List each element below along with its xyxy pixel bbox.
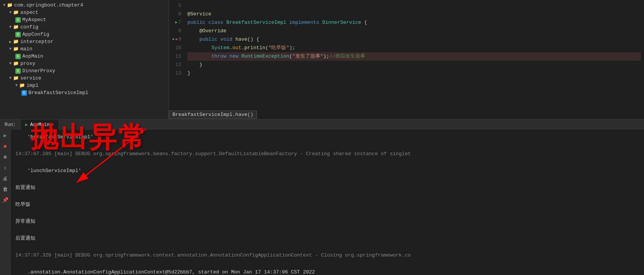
code-line-13: }	[187, 69, 641, 78]
tree-item-aspect[interactable]: ▼ 📁 aspect	[0, 9, 169, 16]
output-line-8: 14:37:07.320 [main] DEBUG org.springfram…	[15, 251, 639, 260]
code-line-10: System.out.println("吃早饭");	[187, 44, 641, 52]
code-content[interactable]: @Service public class BreakfastServiceIm…	[184, 0, 644, 119]
code-line-7: public class BreakfastServiceImpl implem…	[187, 18, 641, 27]
output-line-3: 'lunchServiceImpl'	[15, 167, 639, 175]
tree-item-interceptor[interactable]: ▶ 📁 interceptor	[0, 38, 169, 45]
tree-item-config[interactable]: ▼ 📁 config	[0, 23, 169, 31]
tree-item-main[interactable]: ▼ 📁 main	[0, 45, 169, 53]
code-line-9: public void have() {	[187, 35, 641, 44]
run-panel: ▶ ■ ⚙ ↕ 🖨 🗑 📌 'breakfastServiceImpl' 14:…	[0, 130, 644, 275]
run-output[interactable]: 'breakfastServiceImpl' 14:37:07.285 [mai…	[11, 130, 644, 275]
tree-item-impl[interactable]: ▼ 📁 impl	[0, 82, 169, 89]
rerun-button[interactable]: ↕	[1, 164, 10, 172]
tree-item-myaspect[interactable]: C MyAspect	[0, 16, 169, 23]
output-line-1: 'breakfastServiceImpl'	[15, 133, 639, 141]
code-line-11: throw new RuntimeException("发生了急事");//模拟…	[187, 52, 641, 61]
run-label: Run:	[0, 119, 21, 130]
run-tab-bar: Run: ▶ AopMain ×	[0, 119, 644, 130]
settings-button[interactable]: ⚙	[1, 153, 10, 161]
code-line-5	[187, 2, 641, 10]
code-line-12: }	[187, 61, 641, 69]
run-tab-aopmain[interactable]: ▶ AopMain ×	[21, 119, 60, 130]
tree-item-breakfastserviceimpl[interactable]: C BreakfastServiceImpl	[0, 89, 169, 96]
code-line-8: @Override	[187, 27, 641, 35]
tree-item-aopmain[interactable]: C AopMain	[0, 53, 169, 60]
file-tree: ▼ 📁 com.springboot.chapter4 ▼ 📁 aspect C…	[0, 0, 169, 119]
main-container: ▼ 📁 com.springboot.chapter4 ▼ 📁 aspect C…	[0, 0, 644, 119]
tree-item-dinnerproxy[interactable]: C DinnerProxy	[0, 67, 169, 75]
run-button[interactable]: ▶	[1, 131, 10, 140]
pin-button[interactable]: 📌	[1, 196, 10, 204]
output-line-2: 14:37:07.285 [main] DEBUG org.springfram…	[15, 150, 639, 158]
output-line-7: 后置通知	[15, 234, 639, 243]
close-tab-icon[interactable]: ×	[52, 123, 55, 127]
print-button[interactable]: 🖨	[1, 174, 10, 183]
tree-item-proxy[interactable]: ▼ 📁 proxy	[0, 60, 169, 67]
tree-item-package[interactable]: ▼ 📁 com.springboot.chapter4	[0, 2, 169, 9]
output-line-5: 吃早饭	[15, 200, 639, 209]
line-numbers: 5 6 ▶7 8 ● ● 9 10 11 12	[169, 0, 184, 79]
run-toolbar: ▶ ■ ⚙ ↕ 🖨 🗑 📌	[0, 130, 11, 275]
tree-item-appconfig[interactable]: C AppConfig	[0, 31, 169, 38]
output-line-9: .annotation.AnnotationConfigApplicationC…	[15, 268, 639, 275]
method-tooltip: BreakfastServiceImpl.have()	[169, 111, 257, 119]
output-line-4: 前置通知	[15, 184, 639, 192]
code-line-6: @Service	[187, 10, 641, 18]
stop-button[interactable]: ■	[1, 142, 10, 151]
code-editor: 5 6 ▶7 8 ● ● 9 10 11 12	[169, 0, 644, 119]
tree-item-service[interactable]: ▼ 📁 service	[0, 75, 169, 82]
output-line-6: 异常通知	[15, 217, 639, 226]
trash-button[interactable]: 🗑	[1, 185, 10, 194]
